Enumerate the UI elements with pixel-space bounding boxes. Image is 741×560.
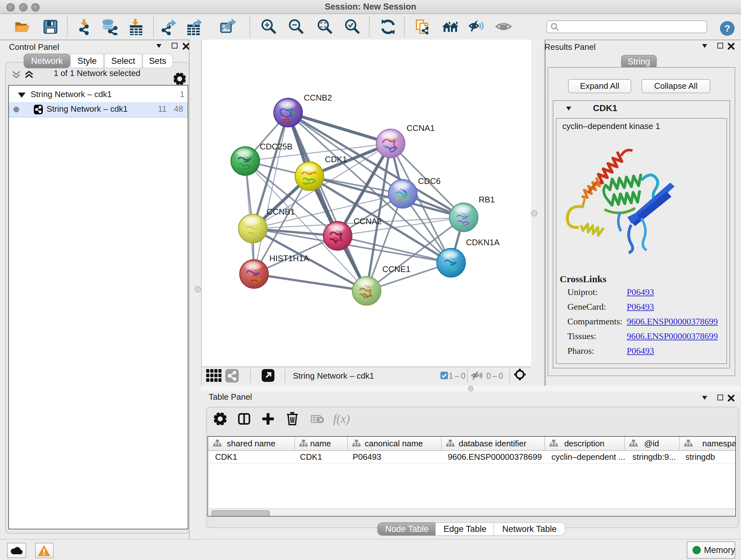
svg-text:CDK1: CDK1 bbox=[325, 154, 347, 164]
svg-text:CDC6: CDC6 bbox=[418, 176, 441, 186]
svg-text:CCNB1: CCNB1 bbox=[267, 207, 295, 216]
svg-text:RB1: RB1 bbox=[479, 195, 495, 204]
svg-text:CCNE1: CCNE1 bbox=[382, 264, 410, 274]
svg-text:CDC25B: CDC25B bbox=[260, 142, 293, 151]
svg-text:CCNB2: CCNB2 bbox=[304, 93, 332, 103]
svg-text:HIST1H1A: HIST1H1A bbox=[269, 253, 309, 263]
svg-text:?: ? bbox=[724, 23, 730, 33]
svg-text:CDKN1A: CDKN1A bbox=[466, 238, 500, 247]
svg-text:CCNA1: CCNA1 bbox=[407, 123, 434, 133]
svg-text:CCNA2: CCNA2 bbox=[354, 216, 382, 226]
